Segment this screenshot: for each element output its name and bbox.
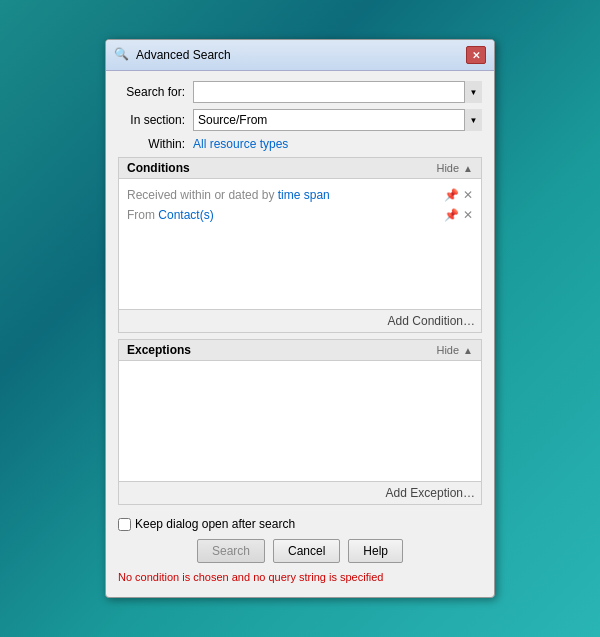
within-label: Within: [118, 137, 193, 151]
add-exception-link[interactable]: Add Exception… [386, 486, 475, 500]
add-condition-row: Add Condition… [119, 309, 481, 332]
search-for-row: Search for: ▼ [118, 81, 482, 103]
conditions-controls: Hide ▲ [436, 162, 473, 174]
title-bar-left: 🔍 Advanced Search [114, 47, 231, 63]
search-input-wrapper: ▼ [193, 81, 482, 103]
dialog-title: Advanced Search [136, 48, 231, 62]
search-for-label: Search for: [118, 85, 193, 99]
conditions-hide-link[interactable]: Hide [436, 162, 459, 174]
conditions-title: Conditions [127, 161, 190, 175]
help-button[interactable]: Help [348, 539, 403, 563]
dialog-icon: 🔍 [114, 47, 130, 63]
conditions-chevron-icon: ▲ [463, 163, 473, 174]
within-row: Within: All resource types [118, 137, 482, 151]
condition-2-delete-icon[interactable]: ✕ [463, 208, 473, 222]
condition-row-2: From Contact(s) 📌 ✕ [127, 205, 473, 225]
close-button[interactable]: ✕ [466, 46, 486, 64]
condition-2-actions: 📌 ✕ [444, 208, 473, 222]
in-section-row: In section: Source/From ▼ [118, 109, 482, 131]
condition-row-1: Received within or dated by time span 📌 … [127, 185, 473, 205]
in-section-select[interactable]: Source/From [193, 109, 482, 131]
condition-1-prefix: Received within or dated by [127, 188, 278, 202]
keep-open-text: Keep dialog open after search [135, 517, 295, 531]
condition-2-text: From Contact(s) [127, 208, 444, 222]
keep-open-checkbox[interactable] [118, 518, 131, 531]
exceptions-hide-link[interactable]: Hide [436, 344, 459, 356]
condition-1-pin-icon[interactable]: 📌 [444, 188, 459, 202]
search-button[interactable]: Search [197, 539, 265, 563]
condition-2-prefix: From [127, 208, 158, 222]
error-message: No condition is chosen and no query stri… [118, 569, 482, 587]
exceptions-chevron-icon: ▲ [463, 345, 473, 356]
condition-1-text: Received within or dated by time span [127, 188, 444, 202]
exceptions-title: Exceptions [127, 343, 191, 357]
condition-1-actions: 📌 ✕ [444, 188, 473, 202]
conditions-header: Conditions Hide ▲ [119, 158, 481, 179]
advanced-search-dialog: 🔍 Advanced Search ✕ Search for: ▼ In sec… [105, 39, 495, 598]
conditions-section: Conditions Hide ▲ Received within or dat… [118, 157, 482, 333]
condition-2-pin-icon[interactable]: 📌 [444, 208, 459, 222]
add-condition-link[interactable]: Add Condition… [388, 314, 475, 328]
exceptions-section: Exceptions Hide ▲ Add Exception… [118, 339, 482, 505]
search-for-input[interactable] [193, 81, 482, 103]
within-value-link[interactable]: All resource types [193, 137, 288, 151]
dialog-body: Search for: ▼ In section: Source/From ▼ … [106, 71, 494, 597]
condition-1-link[interactable]: time span [278, 188, 330, 202]
footer-row: Keep dialog open after search [118, 511, 482, 535]
exceptions-content [119, 361, 481, 481]
conditions-content: Received within or dated by time span 📌 … [119, 179, 481, 309]
in-section-label: In section: [118, 113, 193, 127]
keep-open-label: Keep dialog open after search [118, 517, 295, 531]
exceptions-header: Exceptions Hide ▲ [119, 340, 481, 361]
condition-1-delete-icon[interactable]: ✕ [463, 188, 473, 202]
condition-2-link[interactable]: Contact(s) [158, 208, 213, 222]
title-bar: 🔍 Advanced Search ✕ [106, 40, 494, 71]
in-section-dropdown-wrapper: Source/From ▼ [193, 109, 482, 131]
cancel-button[interactable]: Cancel [273, 539, 340, 563]
exceptions-controls: Hide ▲ [436, 344, 473, 356]
buttons-row: Search Cancel Help [118, 535, 482, 569]
add-exception-row: Add Exception… [119, 481, 481, 504]
